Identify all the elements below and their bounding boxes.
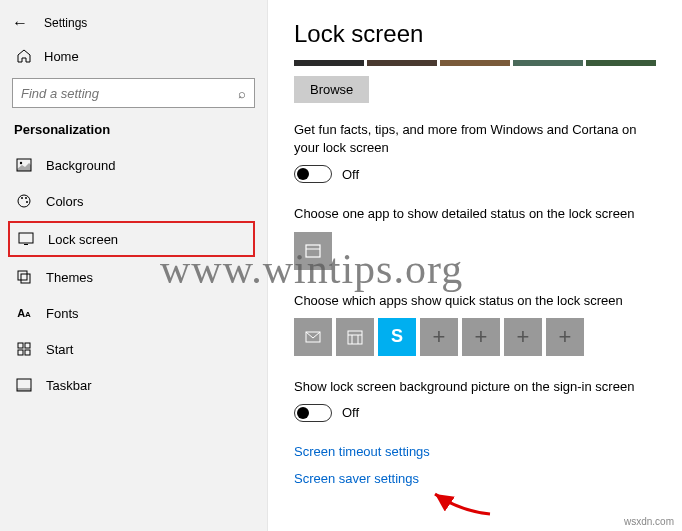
nav-taskbar[interactable]: Taskbar [0,367,267,403]
section-title: Personalization [0,122,267,147]
signin-picture-label: Show lock screen background picture on t… [294,378,654,396]
svg-rect-16 [306,245,320,257]
search-icon: ⌕ [238,86,246,101]
timeout-link[interactable]: Screen timeout settings [294,444,656,459]
thumb[interactable] [367,60,437,66]
search-input[interactable] [21,86,238,101]
quick-status-tiles: S + + + + [294,318,656,356]
fun-facts-toggle[interactable] [294,165,332,183]
back-button[interactable]: ← [12,14,28,32]
nav-label: Background [46,158,115,173]
quick-app-calendar[interactable] [336,318,374,356]
detailed-app-tile[interactable] [294,232,332,270]
nav-label: Fonts [46,306,79,321]
svg-rect-13 [25,350,30,355]
toggle-state: Off [342,405,359,420]
detailed-status-label: Choose one app to show detailed status o… [294,205,654,223]
svg-rect-8 [18,271,27,280]
nav-list: Background Colors Lock screen Themes AA … [0,147,267,403]
footer-credit: wsxdn.com [624,516,674,527]
nav-label: Taskbar [46,378,92,393]
thumb[interactable] [586,60,656,66]
home-label: Home [44,49,79,64]
svg-point-2 [18,195,30,207]
thumb[interactable] [294,60,364,66]
background-thumbnails[interactable] [294,60,656,66]
quick-app-add[interactable]: + [546,318,584,356]
toggle-state: Off [342,167,359,182]
svg-rect-6 [19,233,33,243]
nav-label: Start [46,342,73,357]
svg-rect-12 [18,350,23,355]
picture-icon [16,157,32,173]
home-button[interactable]: Home [0,40,267,74]
signin-picture-toggle[interactable] [294,404,332,422]
sidebar: ← Settings Home ⌕ Personalization Backgr… [0,0,268,531]
nav-fonts[interactable]: AA Fonts [0,295,267,331]
taskbar-icon [16,377,32,393]
svg-rect-19 [348,331,362,344]
app-title: Settings [44,16,87,30]
nav-start[interactable]: Start [0,331,267,367]
svg-rect-10 [18,343,23,348]
quick-app-skype[interactable]: S [378,318,416,356]
svg-point-1 [20,162,22,164]
start-icon [16,341,32,357]
svg-rect-11 [25,343,30,348]
nav-label: Lock screen [48,232,118,247]
svg-point-5 [26,201,28,203]
nav-themes[interactable]: Themes [0,259,267,295]
thumb[interactable] [513,60,583,66]
screensaver-link[interactable]: Screen saver settings [294,471,656,486]
nav-background[interactable]: Background [0,147,267,183]
lockscreen-icon [18,231,34,247]
svg-rect-15 [17,388,31,391]
search-box[interactable]: ⌕ [12,78,255,108]
quick-status-label: Choose which apps show quick status on t… [294,292,654,310]
quick-app-add[interactable]: + [462,318,500,356]
nav-colors[interactable]: Colors [0,183,267,219]
svg-rect-9 [21,274,30,283]
svg-point-3 [21,197,23,199]
svg-rect-7 [24,244,28,245]
page-title: Lock screen [294,20,656,48]
svg-point-4 [25,197,27,199]
nav-lockscreen[interactable]: Lock screen [8,221,255,257]
home-icon [16,48,32,64]
nav-label: Themes [46,270,93,285]
nav-label: Colors [46,194,84,209]
themes-icon [16,269,32,285]
palette-icon [16,193,32,209]
quick-app-mail[interactable] [294,318,332,356]
fun-facts-label: Get fun facts, tips, and more from Windo… [294,121,654,157]
fonts-icon: AA [16,305,32,321]
browse-button[interactable]: Browse [294,76,369,103]
main-content: Lock screen Browse Get fun facts, tips, … [268,0,682,531]
quick-app-add[interactable]: + [420,318,458,356]
thumb[interactable] [440,60,510,66]
quick-app-add[interactable]: + [504,318,542,356]
